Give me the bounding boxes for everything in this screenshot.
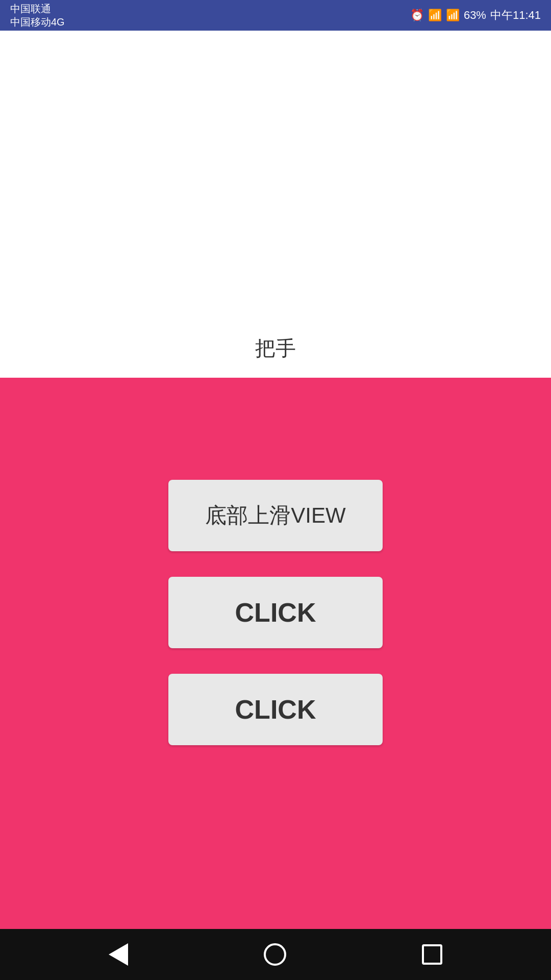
clock-icon: ⏰ — [410, 9, 424, 22]
wifi-icon: 📶 — [428, 9, 442, 22]
carrier2-label: 中国移动4G — [10, 15, 65, 29]
status-bar: 中国联通 中国移动4G ⏰ 📶 📶 63% 中午11:41 — [0, 0, 551, 31]
upper-panel: 把手 — [0, 31, 551, 378]
carrier1-label: 中国联通 — [10, 2, 65, 15]
recents-button[interactable] — [422, 944, 442, 965]
handle-text: 把手 — [255, 334, 296, 362]
lower-panel: 底部上滑VIEW CLICK CLICK — [0, 378, 551, 929]
battery-label: 63% — [464, 9, 486, 22]
signal-icon: 📶 — [446, 9, 460, 22]
home-button[interactable] — [264, 943, 286, 966]
status-icons: ⏰ 📶 📶 63% 中午11:41 — [410, 8, 541, 23]
slide-view-button[interactable]: 底部上滑VIEW — [168, 480, 383, 551]
back-button[interactable] — [109, 943, 128, 966]
nav-bar — [0, 929, 551, 980]
carrier-info: 中国联通 中国移动4G — [10, 2, 65, 29]
click-button-1[interactable]: CLICK — [168, 577, 383, 648]
time-label: 中午11:41 — [490, 8, 541, 23]
click-button-2[interactable]: CLICK — [168, 674, 383, 745]
